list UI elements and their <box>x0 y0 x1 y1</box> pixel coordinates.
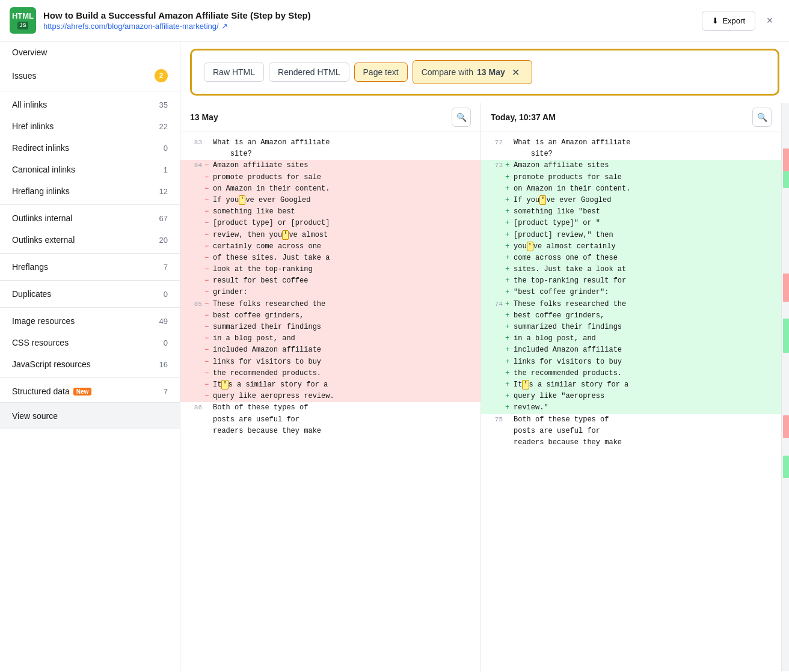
diff-line: − links for visitors to buy <box>180 356 480 368</box>
diff-line: − in a blog post, and <box>180 333 480 344</box>
sidebar-item-hreflangs[interactable]: Hreflangs 7 <box>0 256 180 278</box>
diff-line: + the recommended products. <box>481 368 781 379</box>
page-title: How to Build a Successful Amazon Affilia… <box>43 10 695 20</box>
diff-line: − review, then you′ve almost <box>180 230 480 241</box>
diff-line: − grinder: <box>180 287 480 298</box>
external-link-icon: ↗ <box>221 22 228 31</box>
sidebar-divider-4 <box>0 280 180 281</box>
diff-line: 84 − Amazon affiliate sites <box>180 160 480 171</box>
diff-line: − summarized their findings <box>180 322 480 333</box>
header-actions: ⬇ Export × <box>702 11 779 31</box>
diff-line: readers because they make <box>180 426 480 437</box>
sidebar-item-canonical-inlinks[interactable]: Canonical inlinks 1 <box>0 159 180 180</box>
diff-line: − look at the top-ranking <box>180 264 480 275</box>
diff-line: − result for best coffee <box>180 275 480 287</box>
diff-line: readers because they make <box>481 437 781 448</box>
tabs-toolbar: Raw HTML Rendered HTML Page text Compare… <box>190 49 779 96</box>
export-button[interactable]: ⬇ Export <box>702 11 755 31</box>
tab-raw-html[interactable]: Raw HTML <box>204 63 264 82</box>
sidebar-item-image-resources[interactable]: Image resources 49 <box>0 310 180 332</box>
search-right-button[interactable]: 🔍 <box>752 108 772 127</box>
diff-line: + included Amazon affiliate <box>481 344 781 356</box>
tab-rendered-html[interactable]: Rendered HTML <box>269 63 349 82</box>
diff-panel-right: Today, 10:37 AM 🔍 72 What is an Amazon a… <box>481 103 782 671</box>
diff-line: posts are useful for <box>180 414 480 426</box>
diff-line: − If you′ve ever Googled <box>180 195 480 206</box>
diff-line: − on Amazon in their content. <box>180 183 480 195</box>
diff-content-right[interactable]: 72 What is an Amazon affiliate site? 73 … <box>481 132 781 671</box>
diff-line: 73 + Amazon affiliate sites <box>481 160 781 171</box>
compare-prefix: Compare with <box>422 67 473 77</box>
diff-line: + promote products for sale <box>481 172 781 183</box>
diff-line: 74 + These folks researched the <box>481 299 781 310</box>
header-text: How to Build a Successful Amazon Affilia… <box>43 10 695 31</box>
diff-line: − included Amazon affiliate <box>180 344 480 356</box>
sidebar-item-hreflang-inlinks[interactable]: Hreflang inlinks 12 <box>0 180 180 202</box>
close-button[interactable]: × <box>760 11 779 30</box>
diff-content-left[interactable]: 83 What is an Amazon affiliate site? 84 … <box>180 132 480 671</box>
diff-line: − certainly come across one <box>180 241 480 252</box>
diff-header-left: 13 May 🔍 <box>180 103 480 132</box>
content-area: Raw HTML Rendered HTML Page text Compare… <box>180 41 789 671</box>
diff-line: − the recommended products. <box>180 368 480 379</box>
badge-html-label: HTML <box>12 11 34 21</box>
diff-line: + something like "best <box>481 206 781 218</box>
search-left-button[interactable]: 🔍 <box>452 108 471 127</box>
diff-line: + best coffee grinders, <box>481 310 781 322</box>
sidebar-item-javascript-resources[interactable]: JavaScript resources 16 <box>0 353 180 375</box>
sidebar-item-outlinks-internal[interactable]: Outlinks internal 67 <box>0 207 180 229</box>
diff-left-label: 13 May <box>190 112 218 122</box>
diff-header-right: Today, 10:37 AM 🔍 <box>481 103 781 132</box>
diff-minimap <box>782 103 789 671</box>
sidebar-item-structured-data[interactable]: Structured data New 7 <box>0 380 180 402</box>
sidebar: Overview Issues 2 All inlinks 35 Href in… <box>0 41 180 671</box>
diff-line: + you′ve almost certainly <box>481 241 781 252</box>
diff-line: + sites. Just take a look at <box>481 264 781 275</box>
file-type-badge: HTML JS <box>10 7 36 34</box>
diff-line: − of these sites. Just take a <box>180 252 480 264</box>
diff-line: 75 Both of these types of <box>481 414 781 426</box>
search-icon-left: 🔍 <box>456 112 467 122</box>
diff-line: + "best coffee grinder": <box>481 287 781 298</box>
diff-line: + in a blog post, and <box>481 333 781 344</box>
diff-line: − query like aeropress review. <box>180 391 480 402</box>
diff-line: + review." <box>481 402 781 414</box>
page-url[interactable]: https://ahrefs.com/blog/amazon-affiliate… <box>43 22 695 31</box>
view-source-item[interactable]: View source <box>0 402 180 429</box>
diff-line: + [product] review," then <box>481 230 781 241</box>
compare-date: 13 May <box>477 67 505 77</box>
sidebar-divider-6 <box>0 377 180 378</box>
diff-line: + If you′ve ever Googled <box>481 195 781 206</box>
sidebar-divider-2 <box>0 204 180 205</box>
diff-line: + It′s a similar story for a <box>481 379 781 391</box>
sidebar-item-issues[interactable]: Issues 2 <box>0 63 180 88</box>
diff-line: 72 What is an Amazon affiliate site? <box>481 137 781 160</box>
main-layout: Overview Issues 2 All inlinks 35 Href in… <box>0 41 789 671</box>
sidebar-item-href-inlinks[interactable]: Href inlinks 22 <box>0 115 180 137</box>
compare-close-button[interactable]: ✕ <box>509 65 523 79</box>
diff-line: − best coffee grinders, <box>180 310 480 322</box>
compare-with-button[interactable]: Compare with 13 May ✕ <box>413 60 532 84</box>
diff-line: posts are useful for <box>481 426 781 437</box>
diff-line: + links for visitors to buy <box>481 356 781 368</box>
tab-page-text[interactable]: Page text <box>354 63 408 82</box>
diff-line: + [product type]" or " <box>481 218 781 229</box>
sidebar-item-all-inlinks[interactable]: All inlinks 35 <box>0 94 180 115</box>
diff-line: + on Amazon in their content. <box>481 183 781 195</box>
diff-line: + query like "aeropress <box>481 391 781 402</box>
sidebar-divider-5 <box>0 307 180 308</box>
diff-line: + come across one of these <box>481 252 781 264</box>
diff-right-label: Today, 10:37 AM <box>491 112 556 122</box>
diff-line: − promote products for sale <box>180 172 480 183</box>
sidebar-item-redirect-inlinks[interactable]: Redirect inlinks 0 <box>0 137 180 159</box>
sidebar-divider-3 <box>0 253 180 254</box>
sidebar-item-overview[interactable]: Overview <box>0 41 180 63</box>
sidebar-item-outlinks-external[interactable]: Outlinks external 20 <box>0 229 180 251</box>
diff-line: − It′s a similar story for a <box>180 379 480 391</box>
new-badge: New <box>73 388 92 396</box>
sidebar-item-duplicates[interactable]: Duplicates 0 <box>0 283 180 305</box>
sidebar-item-css-resources[interactable]: CSS resources 0 <box>0 332 180 353</box>
diff-line: 83 What is an Amazon affiliate site? <box>180 137 480 160</box>
diff-area: 13 May 🔍 83 What is an Amazon affiliate … <box>180 103 789 671</box>
diff-line: 85 − These folks researched the <box>180 299 480 310</box>
